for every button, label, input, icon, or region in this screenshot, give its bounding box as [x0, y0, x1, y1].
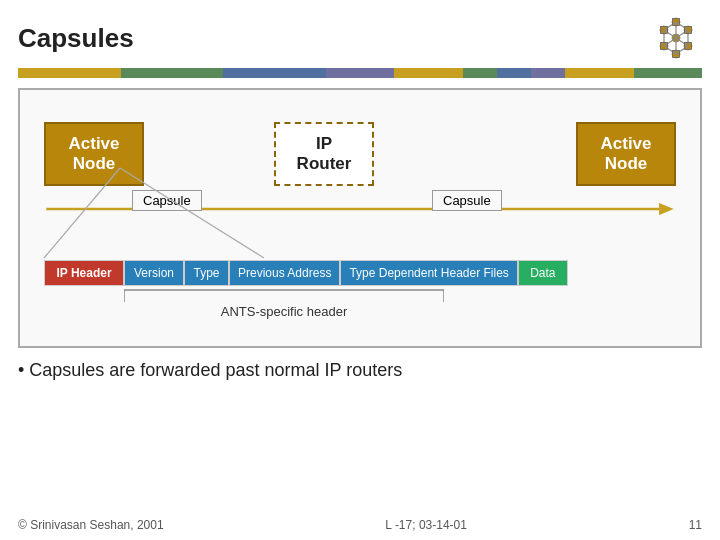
data-field: Data	[518, 260, 568, 286]
capsule-label-right: Capsule	[432, 190, 502, 211]
svg-line-28	[120, 168, 264, 258]
type-dependent-field: Type Dependent Header Files	[340, 260, 517, 286]
footer-copyright: © Srinivasan Seshan, 2001	[18, 518, 164, 532]
svg-marker-26	[659, 203, 674, 215]
ip-header-field: IP Header	[44, 260, 124, 286]
version-field: Version	[124, 260, 184, 286]
color-stripe	[18, 68, 702, 78]
ants-label-area	[124, 288, 676, 304]
previous-address-field: Previous Address	[229, 260, 340, 286]
packet-fields: IP Header Version Type Previous Address …	[44, 260, 676, 286]
svg-line-27	[44, 168, 120, 258]
ip-router: IP Router	[274, 122, 374, 186]
diagram-box: Active Node IP Router Active Node Capsul…	[18, 88, 702, 348]
ants-label: ANTS-specific header	[124, 304, 444, 319]
footer: © Srinivasan Seshan, 2001 L -17; 03-14-0…	[0, 518, 720, 532]
ants-bracket	[124, 288, 444, 304]
title-bar: Capsules	[0, 0, 720, 68]
active-node-right: Active Node	[576, 122, 676, 186]
connector-lines	[44, 168, 264, 258]
footer-page: 11	[689, 518, 702, 532]
network-icon	[650, 12, 702, 64]
page-title: Capsules	[18, 23, 134, 54]
type-field: Type	[184, 260, 229, 286]
bullet-text: • Capsules are forwarded past normal IP …	[18, 360, 702, 381]
footer-date: L -17; 03-14-01	[385, 518, 467, 532]
